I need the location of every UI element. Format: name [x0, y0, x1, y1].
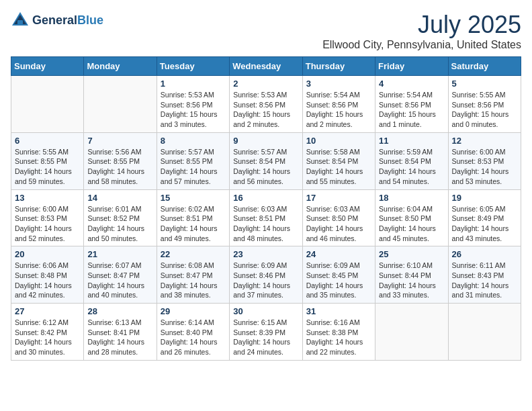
day-info: Sunrise: 5:57 AMSunset: 8:54 PMDaylight:… — [233, 147, 298, 187]
day-number: 26 — [452, 249, 517, 259]
calendar-cell — [84, 76, 157, 133]
calendar-cell: 7Sunrise: 5:56 AMSunset: 8:55 PMDaylight… — [84, 132, 157, 189]
day-info: Sunrise: 5:53 AMSunset: 8:56 PMDaylight:… — [161, 90, 226, 130]
logo-icon — [11, 11, 30, 30]
day-info: Sunrise: 6:00 AMSunset: 8:53 PMDaylight:… — [15, 204, 80, 244]
calendar-cell: 15Sunrise: 6:02 AMSunset: 8:51 PMDayligh… — [157, 189, 229, 246]
calendar-cell: 20Sunrise: 6:06 AMSunset: 8:48 PMDayligh… — [11, 246, 84, 304]
location-subtitle: Ellwood City, Pennsylvania, United State… — [322, 39, 521, 51]
day-number: 7 — [87, 136, 152, 146]
day-number: 30 — [233, 306, 298, 316]
calendar-cell: 13Sunrise: 6:00 AMSunset: 8:53 PMDayligh… — [11, 189, 84, 246]
day-info: Sunrise: 5:58 AMSunset: 8:54 PMDaylight:… — [306, 147, 371, 187]
calendar-cell: 22Sunrise: 6:08 AMSunset: 8:47 PMDayligh… — [157, 246, 229, 304]
day-number: 22 — [161, 249, 226, 259]
day-number: 17 — [306, 193, 371, 203]
day-number: 25 — [379, 249, 444, 259]
page-header: GeneralBlue July 2025 Ellwood City, Penn… — [11, 11, 521, 51]
calendar-week-row: 1Sunrise: 5:53 AMSunset: 8:56 PMDaylight… — [11, 76, 521, 133]
day-info: Sunrise: 5:59 AMSunset: 8:54 PMDaylight:… — [379, 147, 444, 187]
day-number: 11 — [379, 136, 444, 146]
day-number: 9 — [233, 136, 298, 146]
weekday-header-tuesday: Tuesday — [157, 57, 229, 76]
day-number: 5 — [452, 79, 517, 89]
day-info: Sunrise: 6:14 AMSunset: 8:40 PMDaylight:… — [161, 318, 226, 357]
calendar-cell: 17Sunrise: 6:03 AMSunset: 8:50 PMDayligh… — [302, 189, 375, 246]
day-info: Sunrise: 6:03 AMSunset: 8:50 PMDaylight:… — [306, 204, 371, 244]
day-number: 21 — [87, 249, 152, 259]
day-info: Sunrise: 6:02 AMSunset: 8:51 PMDaylight:… — [161, 204, 226, 244]
calendar-cell: 25Sunrise: 6:10 AMSunset: 8:44 PMDayligh… — [375, 246, 448, 304]
day-info: Sunrise: 6:05 AMSunset: 8:49 PMDaylight:… — [452, 204, 517, 244]
weekday-header-saturday: Saturday — [448, 57, 521, 76]
day-number: 10 — [306, 136, 371, 146]
calendar-cell: 8Sunrise: 5:57 AMSunset: 8:55 PMDaylight… — [157, 132, 229, 189]
day-number: 18 — [379, 193, 444, 203]
calendar-cell: 31Sunrise: 6:16 AMSunset: 8:38 PMDayligh… — [302, 304, 375, 361]
day-number: 2 — [233, 79, 298, 89]
logo-blue-text: Blue — [77, 13, 103, 27]
calendar-cell: 27Sunrise: 6:12 AMSunset: 8:42 PMDayligh… — [11, 304, 84, 361]
calendar-week-row: 6Sunrise: 5:55 AMSunset: 8:55 PMDaylight… — [11, 132, 521, 189]
logo: GeneralBlue — [11, 11, 103, 30]
day-info: Sunrise: 5:55 AMSunset: 8:56 PMDaylight:… — [452, 90, 517, 130]
day-number: 14 — [87, 193, 152, 203]
day-info: Sunrise: 6:06 AMSunset: 8:48 PMDaylight:… — [15, 261, 80, 300]
calendar-cell: 11Sunrise: 5:59 AMSunset: 8:54 PMDayligh… — [375, 132, 448, 189]
day-info: Sunrise: 6:15 AMSunset: 8:39 PMDaylight:… — [233, 318, 298, 357]
day-number: 8 — [161, 136, 226, 146]
day-info: Sunrise: 6:10 AMSunset: 8:44 PMDaylight:… — [379, 261, 444, 300]
calendar-cell: 10Sunrise: 5:58 AMSunset: 8:54 PMDayligh… — [302, 132, 375, 189]
title-block: July 2025 Ellwood City, Pennsylvania, Un… — [322, 11, 521, 51]
day-number: 20 — [15, 249, 80, 259]
day-number: 19 — [452, 193, 517, 203]
calendar-cell: 24Sunrise: 6:09 AMSunset: 8:45 PMDayligh… — [302, 246, 375, 304]
calendar-cell: 23Sunrise: 6:09 AMSunset: 8:46 PMDayligh… — [230, 246, 302, 304]
calendar-cell: 14Sunrise: 6:01 AMSunset: 8:52 PMDayligh… — [84, 189, 157, 246]
calendar-cell: 16Sunrise: 6:03 AMSunset: 8:51 PMDayligh… — [230, 189, 302, 246]
day-info: Sunrise: 6:00 AMSunset: 8:53 PMDaylight:… — [452, 147, 517, 187]
logo-general-text: General — [32, 13, 77, 27]
day-number: 27 — [15, 306, 80, 316]
day-info: Sunrise: 6:08 AMSunset: 8:47 PMDaylight:… — [161, 261, 226, 300]
day-info: Sunrise: 5:55 AMSunset: 8:55 PMDaylight:… — [15, 147, 80, 187]
day-number: 3 — [306, 79, 371, 89]
weekday-header-thursday: Thursday — [302, 57, 375, 76]
day-info: Sunrise: 6:04 AMSunset: 8:50 PMDaylight:… — [379, 204, 444, 244]
day-info: Sunrise: 6:16 AMSunset: 8:38 PMDaylight:… — [306, 318, 371, 357]
day-info: Sunrise: 6:03 AMSunset: 8:51 PMDaylight:… — [233, 204, 298, 244]
day-number: 12 — [452, 136, 517, 146]
calendar-cell — [11, 76, 84, 133]
weekday-header-sunday: Sunday — [11, 57, 84, 76]
calendar-cell: 1Sunrise: 5:53 AMSunset: 8:56 PMDaylight… — [157, 76, 229, 133]
day-number: 13 — [15, 193, 80, 203]
calendar-cell: 18Sunrise: 6:04 AMSunset: 8:50 PMDayligh… — [375, 189, 448, 246]
day-info: Sunrise: 5:54 AMSunset: 8:56 PMDaylight:… — [306, 90, 371, 130]
day-info: Sunrise: 6:13 AMSunset: 8:41 PMDaylight:… — [87, 318, 152, 357]
calendar-cell — [375, 304, 448, 361]
calendar-header-row: SundayMondayTuesdayWednesdayThursdayFrid… — [11, 57, 521, 76]
calendar-week-row: 13Sunrise: 6:00 AMSunset: 8:53 PMDayligh… — [11, 189, 521, 246]
calendar-cell: 2Sunrise: 5:53 AMSunset: 8:56 PMDaylight… — [230, 76, 302, 133]
calendar-cell: 12Sunrise: 6:00 AMSunset: 8:53 PMDayligh… — [448, 132, 521, 189]
day-number: 16 — [233, 193, 298, 203]
calendar-week-row: 20Sunrise: 6:06 AMSunset: 8:48 PMDayligh… — [11, 246, 521, 304]
calendar-cell: 5Sunrise: 5:55 AMSunset: 8:56 PMDaylight… — [448, 76, 521, 133]
day-number: 24 — [306, 249, 371, 259]
day-info: Sunrise: 5:54 AMSunset: 8:56 PMDaylight:… — [379, 90, 444, 130]
day-number: 28 — [87, 306, 152, 316]
day-info: Sunrise: 6:11 AMSunset: 8:43 PMDaylight:… — [452, 261, 517, 300]
calendar-cell: 21Sunrise: 6:07 AMSunset: 8:47 PMDayligh… — [84, 246, 157, 304]
calendar-cell: 3Sunrise: 5:54 AMSunset: 8:56 PMDaylight… — [302, 76, 375, 133]
day-info: Sunrise: 6:09 AMSunset: 8:45 PMDaylight:… — [306, 261, 371, 300]
calendar-cell: 29Sunrise: 6:14 AMSunset: 8:40 PMDayligh… — [157, 304, 229, 361]
day-info: Sunrise: 6:07 AMSunset: 8:47 PMDaylight:… — [87, 261, 152, 300]
day-number: 31 — [306, 306, 371, 316]
day-number: 15 — [161, 193, 226, 203]
day-info: Sunrise: 5:57 AMSunset: 8:55 PMDaylight:… — [161, 147, 226, 187]
svg-rect-2 — [17, 20, 23, 26]
day-info: Sunrise: 6:01 AMSunset: 8:52 PMDaylight:… — [87, 204, 152, 244]
calendar-cell: 26Sunrise: 6:11 AMSunset: 8:43 PMDayligh… — [448, 246, 521, 304]
calendar-cell: 28Sunrise: 6:13 AMSunset: 8:41 PMDayligh… — [84, 304, 157, 361]
calendar-table: SundayMondayTuesdayWednesdayThursdayFrid… — [11, 56, 521, 361]
